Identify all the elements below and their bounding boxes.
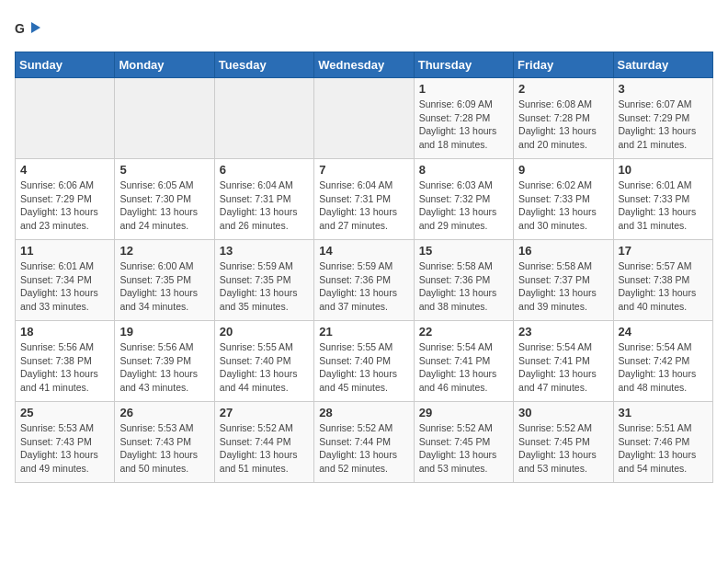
day-number: 20: [220, 325, 309, 339]
calendar-cell: 9Sunrise: 6:02 AMSunset: 7:33 PMDaylight…: [514, 159, 613, 240]
day-number: 21: [319, 325, 408, 339]
day-info: Sunrise: 6:01 AMSunset: 7:34 PMDaylight:…: [20, 259, 109, 314]
svg-text:G: G: [15, 21, 25, 36]
day-number: 30: [518, 406, 608, 419]
calendar-week-3: 11Sunrise: 6:01 AMSunset: 7:34 PMDayligh…: [16, 240, 713, 321]
calendar-cell: 28Sunrise: 5:52 AMSunset: 7:44 PMDayligh…: [314, 402, 414, 483]
calendar-cell: 11Sunrise: 6:01 AMSunset: 7:34 PMDayligh…: [16, 240, 115, 321]
day-number: 18: [20, 325, 109, 339]
calendar-cell: 13Sunrise: 5:59 AMSunset: 7:35 PMDayligh…: [214, 240, 313, 321]
calendar-body: 1Sunrise: 6:09 AMSunset: 7:28 PMDaylight…: [16, 78, 713, 483]
day-number: 25: [20, 406, 109, 419]
day-number: 27: [220, 406, 309, 419]
day-info: Sunrise: 6:00 AMSunset: 7:35 PMDaylight:…: [119, 259, 209, 314]
day-info: Sunrise: 5:55 AMSunset: 7:40 PMDaylight:…: [319, 340, 408, 395]
calendar-cell: 7Sunrise: 6:04 AMSunset: 7:31 PMDaylight…: [314, 159, 414, 240]
day-info: Sunrise: 5:52 AMSunset: 7:45 PMDaylight:…: [419, 421, 508, 476]
calendar-cell: 26Sunrise: 5:53 AMSunset: 7:43 PMDayligh…: [115, 402, 214, 483]
day-number: 28: [319, 406, 408, 419]
day-info: Sunrise: 5:51 AMSunset: 7:46 PMDaylight:…: [619, 421, 708, 476]
day-info: Sunrise: 5:52 AMSunset: 7:45 PMDaylight:…: [518, 421, 608, 476]
day-info: Sunrise: 5:56 AMSunset: 7:38 PMDaylight:…: [20, 340, 109, 395]
calendar-week-2: 4Sunrise: 6:06 AMSunset: 7:29 PMDaylight…: [16, 159, 713, 240]
calendar-cell: 12Sunrise: 6:00 AMSunset: 7:35 PMDayligh…: [115, 240, 214, 321]
calendar-cell: 3Sunrise: 6:07 AMSunset: 7:29 PMDaylight…: [613, 78, 712, 159]
calendar-table: SundayMondayTuesdayWednesdayThursdayFrid…: [15, 52, 713, 483]
day-info: Sunrise: 6:07 AMSunset: 7:29 PMDaylight:…: [619, 98, 708, 152]
calendar-cell: 1Sunrise: 6:09 AMSunset: 7:28 PMDaylight…: [414, 78, 513, 159]
calendar-cell: [115, 78, 214, 159]
day-number: 22: [419, 325, 508, 339]
day-info: Sunrise: 5:59 AMSunset: 7:35 PMDaylight:…: [220, 259, 309, 314]
calendar-cell: 22Sunrise: 5:54 AMSunset: 7:41 PMDayligh…: [414, 321, 513, 402]
day-info: Sunrise: 5:54 AMSunset: 7:41 PMDaylight:…: [518, 340, 608, 395]
weekday-header-sunday: Sunday: [16, 52, 115, 78]
calendar-cell: [16, 78, 115, 159]
calendar-cell: 31Sunrise: 5:51 AMSunset: 7:46 PMDayligh…: [613, 402, 712, 483]
day-number: 7: [319, 163, 408, 177]
day-info: Sunrise: 6:04 AMSunset: 7:31 PMDaylight:…: [319, 178, 408, 233]
calendar-cell: 19Sunrise: 5:56 AMSunset: 7:39 PMDayligh…: [115, 321, 214, 402]
weekday-header-monday: Monday: [115, 52, 214, 78]
day-number: 9: [518, 163, 608, 177]
calendar-cell: 24Sunrise: 5:54 AMSunset: 7:42 PMDayligh…: [613, 321, 712, 402]
day-info: Sunrise: 6:09 AMSunset: 7:28 PMDaylight:…: [419, 98, 508, 152]
calendar-cell: 23Sunrise: 5:54 AMSunset: 7:41 PMDayligh…: [514, 321, 613, 402]
calendar-cell: 4Sunrise: 6:06 AMSunset: 7:29 PMDaylight…: [16, 159, 115, 240]
day-info: Sunrise: 5:52 AMSunset: 7:44 PMDaylight:…: [220, 421, 309, 476]
day-number: 26: [119, 406, 209, 419]
day-number: 19: [119, 325, 209, 339]
calendar-cell: 29Sunrise: 5:52 AMSunset: 7:45 PMDayligh…: [414, 402, 513, 483]
calendar-cell: 21Sunrise: 5:55 AMSunset: 7:40 PMDayligh…: [314, 321, 414, 402]
day-info: Sunrise: 5:54 AMSunset: 7:41 PMDaylight:…: [419, 340, 508, 395]
calendar-week-5: 25Sunrise: 5:53 AMSunset: 7:43 PMDayligh…: [16, 402, 713, 483]
calendar-cell: 20Sunrise: 5:55 AMSunset: 7:40 PMDayligh…: [214, 321, 313, 402]
calendar-cell: [314, 78, 414, 159]
day-number: 10: [619, 163, 708, 177]
calendar-cell: 17Sunrise: 5:57 AMSunset: 7:38 PMDayligh…: [613, 240, 712, 321]
calendar-cell: 30Sunrise: 5:52 AMSunset: 7:45 PMDayligh…: [514, 402, 613, 483]
day-info: Sunrise: 6:08 AMSunset: 7:28 PMDaylight:…: [518, 98, 608, 152]
day-info: Sunrise: 6:02 AMSunset: 7:33 PMDaylight:…: [518, 178, 608, 233]
calendar-cell: 10Sunrise: 6:01 AMSunset: 7:33 PMDayligh…: [613, 159, 712, 240]
weekday-header-row: SundayMondayTuesdayWednesdayThursdayFrid…: [16, 52, 713, 78]
calendar-cell: 25Sunrise: 5:53 AMSunset: 7:43 PMDayligh…: [16, 402, 115, 483]
day-number: 14: [319, 244, 408, 258]
day-info: Sunrise: 6:04 AMSunset: 7:31 PMDaylight:…: [220, 178, 309, 233]
calendar-cell: 8Sunrise: 6:03 AMSunset: 7:32 PMDaylight…: [414, 159, 513, 240]
calendar-week-1: 1Sunrise: 6:09 AMSunset: 7:28 PMDaylight…: [16, 78, 713, 159]
day-number: 23: [518, 325, 608, 339]
day-number: 8: [419, 163, 508, 177]
calendar-cell: 2Sunrise: 6:08 AMSunset: 7:28 PMDaylight…: [514, 78, 613, 159]
day-info: Sunrise: 6:03 AMSunset: 7:32 PMDaylight:…: [419, 178, 508, 233]
calendar-week-4: 18Sunrise: 5:56 AMSunset: 7:38 PMDayligh…: [16, 321, 713, 402]
calendar-cell: 6Sunrise: 6:04 AMSunset: 7:31 PMDaylight…: [214, 159, 313, 240]
day-number: 6: [220, 163, 309, 177]
day-info: Sunrise: 5:52 AMSunset: 7:44 PMDaylight:…: [319, 421, 408, 476]
day-info: Sunrise: 5:59 AMSunset: 7:36 PMDaylight:…: [319, 259, 408, 314]
day-info: Sunrise: 5:56 AMSunset: 7:39 PMDaylight:…: [119, 340, 209, 395]
calendar-cell: 14Sunrise: 5:59 AMSunset: 7:36 PMDayligh…: [314, 240, 414, 321]
day-info: Sunrise: 5:54 AMSunset: 7:42 PMDaylight:…: [619, 340, 708, 395]
day-number: 3: [619, 82, 708, 96]
day-number: 2: [518, 82, 608, 96]
calendar-cell: 16Sunrise: 5:58 AMSunset: 7:37 PMDayligh…: [514, 240, 613, 321]
page-header: G: [15, 15, 713, 40]
day-number: 12: [119, 244, 209, 258]
calendar-cell: [214, 78, 313, 159]
day-number: 29: [419, 406, 508, 419]
calendar-cell: 18Sunrise: 5:56 AMSunset: 7:38 PMDayligh…: [16, 321, 115, 402]
day-number: 31: [619, 406, 708, 419]
weekday-header-tuesday: Tuesday: [214, 52, 313, 78]
day-number: 4: [20, 163, 109, 177]
day-info: Sunrise: 5:55 AMSunset: 7:40 PMDaylight:…: [220, 340, 309, 395]
calendar-cell: 15Sunrise: 5:58 AMSunset: 7:36 PMDayligh…: [414, 240, 513, 321]
day-info: Sunrise: 5:53 AMSunset: 7:43 PMDaylight:…: [20, 421, 109, 476]
weekday-header-friday: Friday: [514, 52, 613, 78]
day-info: Sunrise: 5:58 AMSunset: 7:37 PMDaylight:…: [518, 259, 608, 314]
weekday-header-thursday: Thursday: [414, 52, 513, 78]
svg-marker-1: [31, 22, 40, 33]
day-info: Sunrise: 6:01 AMSunset: 7:33 PMDaylight:…: [619, 178, 708, 233]
day-info: Sunrise: 6:05 AMSunset: 7:30 PMDaylight:…: [119, 178, 209, 233]
day-number: 17: [619, 244, 708, 258]
